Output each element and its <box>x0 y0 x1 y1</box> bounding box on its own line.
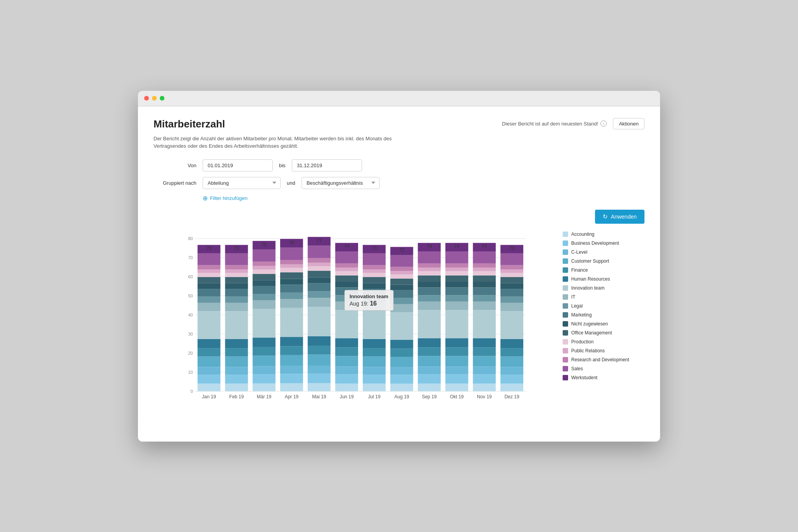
bar-segment[interactable] <box>280 337 303 346</box>
bar-segment[interactable] <box>473 275 496 281</box>
bar-segment[interactable] <box>198 253 221 265</box>
bar-segment[interactable] <box>308 365 331 373</box>
bar-segment[interactable] <box>225 375 248 384</box>
bar-segment[interactable] <box>363 277 386 283</box>
bar-segment[interactable] <box>335 295 358 301</box>
bar-segment[interactable] <box>418 366 441 374</box>
bar-segment[interactable] <box>280 279 303 285</box>
bar-segment[interactable] <box>500 269 523 273</box>
bar-segment[interactable] <box>363 311 386 339</box>
bar-segment[interactable] <box>418 295 441 301</box>
bar-segment[interactable] <box>500 277 523 283</box>
bar-segment[interactable] <box>473 384 496 391</box>
bar-segment[interactable] <box>308 262 331 266</box>
bar-segment[interactable] <box>390 290 413 297</box>
bar-segment[interactable] <box>335 275 358 281</box>
bar-segment[interactable] <box>308 283 331 291</box>
bar-segment[interactable] <box>335 374 358 384</box>
bar-segment[interactable] <box>473 338 496 348</box>
bar-segment[interactable] <box>500 272 523 277</box>
bar-segment[interactable] <box>198 311 221 339</box>
bar-segment[interactable] <box>198 272 221 277</box>
bar-segment[interactable] <box>198 283 221 288</box>
bar-segment[interactable] <box>418 338 441 348</box>
bar-segment[interactable] <box>198 384 221 391</box>
bar-segment[interactable] <box>473 295 496 301</box>
bar-segment[interactable] <box>198 302 221 311</box>
bar-segment[interactable] <box>225 339 248 348</box>
bar-segment[interactable] <box>445 251 468 263</box>
bar-segment[interactable] <box>308 346 331 355</box>
add-filter-button[interactable]: ⊕ Filter hinzufügen <box>203 194 644 202</box>
bar-segment[interactable] <box>473 301 496 310</box>
bar-segment[interactable] <box>280 346 303 355</box>
bar-segment[interactable] <box>280 355 303 366</box>
bar-segment[interactable] <box>473 281 496 287</box>
beschaeftigung-select[interactable]: Beschäftigungsverhältnis <box>302 177 380 189</box>
bar-segment[interactable] <box>225 356 248 367</box>
bar-segment[interactable] <box>390 267 413 271</box>
bar-segment[interactable] <box>335 281 358 287</box>
bar-segment[interactable] <box>418 310 441 338</box>
bar-segment[interactable] <box>225 348 248 356</box>
bar-segment[interactable] <box>252 274 275 280</box>
bar-segment[interactable] <box>225 253 248 265</box>
bar-segment[interactable] <box>252 383 275 391</box>
bar-segment[interactable] <box>500 302 523 311</box>
bar-segment[interactable] <box>308 336 331 346</box>
bar-segment[interactable] <box>252 300 275 309</box>
bar-segment[interactable] <box>225 384 248 391</box>
bar-segment[interactable] <box>390 274 413 279</box>
bar-segment[interactable] <box>445 271 468 275</box>
bar-segment[interactable] <box>198 367 221 375</box>
bar-segment[interactable] <box>445 347 468 356</box>
bar-segment[interactable] <box>500 356 523 367</box>
gruppiert-select[interactable]: Abteilung <box>203 177 281 189</box>
bar-segment[interactable] <box>363 367 386 375</box>
bar-segment[interactable] <box>390 367 413 375</box>
bar-segment[interactable] <box>308 277 331 283</box>
bar-segment[interactable] <box>390 312 413 340</box>
bar-segment[interactable] <box>390 304 413 312</box>
bar-segment[interactable] <box>500 375 523 384</box>
bar-segment[interactable] <box>225 296 248 302</box>
close-button[interactable] <box>144 96 149 101</box>
bar-segment[interactable] <box>445 374 468 384</box>
bar-segment[interactable] <box>445 356 468 366</box>
aktionen-button[interactable]: Aktionen <box>613 118 644 129</box>
bar-segment[interactable] <box>252 355 275 366</box>
bar-segment[interactable] <box>225 289 248 297</box>
bar-segment[interactable] <box>418 347 441 356</box>
bar-segment[interactable] <box>363 289 386 297</box>
maximize-button[interactable] <box>160 96 164 101</box>
info-icon[interactable]: i <box>600 120 607 127</box>
bar-segment[interactable] <box>252 294 275 300</box>
bars-group[interactable] <box>198 237 523 391</box>
bar-segment[interactable] <box>500 348 523 356</box>
bar-segment[interactable] <box>473 267 496 271</box>
bar-segment[interactable] <box>335 251 358 263</box>
bar-segment[interactable] <box>335 338 358 348</box>
bar-segment[interactable] <box>500 283 523 288</box>
bar-segment[interactable] <box>308 373 331 383</box>
bar-segment[interactable] <box>252 266 275 269</box>
bar-segment[interactable] <box>418 275 441 281</box>
bar-segment[interactable] <box>363 269 386 273</box>
bar-segment[interactable] <box>280 260 303 264</box>
bar-segment[interactable] <box>335 356 358 366</box>
bar-segment[interactable] <box>363 272 386 277</box>
bar-segment[interactable] <box>198 269 221 273</box>
bar-segment[interactable] <box>308 270 331 277</box>
bar-segment[interactable] <box>308 266 331 270</box>
bar-segment[interactable] <box>363 253 386 265</box>
bar-segment[interactable] <box>500 289 523 297</box>
bar-segment[interactable] <box>363 296 386 302</box>
bar-segment[interactable] <box>390 278 413 285</box>
bar-segment[interactable] <box>198 289 221 297</box>
bar-segment[interactable] <box>390 375 413 384</box>
bar-segment[interactable] <box>335 384 358 391</box>
bar-segment[interactable] <box>418 267 441 271</box>
bar-segment[interactable] <box>418 287 441 295</box>
bar-segment[interactable] <box>445 287 468 295</box>
bar-segment[interactable] <box>308 258 331 262</box>
